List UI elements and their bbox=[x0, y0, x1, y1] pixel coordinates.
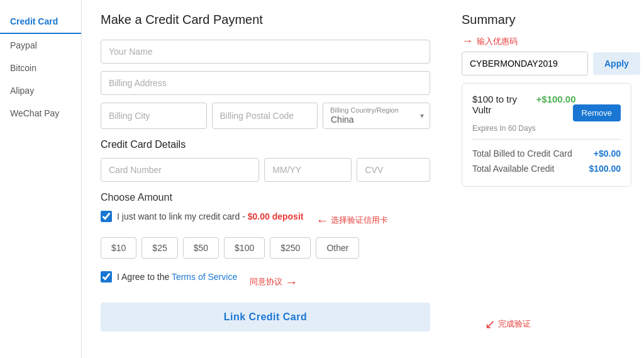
total-credit-amount: $100.00 bbox=[589, 164, 621, 174]
left-arrow-icon: ← bbox=[316, 213, 328, 228]
total-billed-label: Total Billed to Credit Card bbox=[472, 148, 572, 159]
link-card-label: I just want to link my credit card - $0.… bbox=[117, 211, 303, 221]
select-card-annotation: ← 选择验证信用卡 bbox=[316, 213, 388, 228]
complete-verify-annotation: ↙ 完成验证 bbox=[485, 316, 531, 332]
sidebar-item-alipay[interactable]: Alipay bbox=[0, 79, 81, 102]
summary-panel: Summary → 输入优惠码 Apply $100 to try Vultr … bbox=[449, 0, 644, 358]
billing-address-input[interactable] bbox=[101, 71, 430, 95]
complete-verify-text: 完成验证 bbox=[498, 318, 531, 330]
promo-arrow-icon: → bbox=[462, 35, 473, 48]
your-name-input[interactable] bbox=[101, 40, 430, 64]
promo-amount: +$100.00 bbox=[536, 94, 576, 104]
complete-arrow-icon: ↙ bbox=[485, 316, 496, 332]
summary-card: $100 to try Vultr +$100.00 Remove Expire… bbox=[462, 83, 631, 187]
deposit-amount: $0.00 deposit bbox=[248, 211, 304, 221]
promo-row: Apply bbox=[462, 52, 631, 76]
card-number-input[interactable] bbox=[101, 158, 259, 182]
promo-annotation-text: 输入优惠码 bbox=[477, 36, 518, 47]
billing-postal-input[interactable] bbox=[212, 103, 318, 129]
sidebar-item-paypal[interactable]: Paypal bbox=[0, 34, 81, 57]
billing-address-group bbox=[101, 71, 430, 95]
link-card-row: I just want to link my credit card - $0.… bbox=[101, 211, 303, 222]
total-billed-amount: +$0.00 bbox=[594, 148, 621, 159]
name-group bbox=[101, 40, 430, 64]
sidebar-item-credit-card[interactable]: Credit Card bbox=[0, 10, 81, 34]
amount-btn-250[interactable]: $250 bbox=[270, 237, 311, 259]
card-details-row bbox=[101, 158, 430, 182]
link-btn-wrapper: Link Credit Card ↙ 完成验证 bbox=[101, 303, 430, 332]
country-wrapper: Billing Country/Region China United Stat… bbox=[323, 103, 430, 129]
amount-btn-100[interactable]: $100 bbox=[224, 237, 265, 259]
apply-button[interactable]: Apply bbox=[593, 52, 640, 75]
billing-city-input[interactable] bbox=[101, 103, 207, 129]
expiry-input[interactable] bbox=[264, 158, 352, 182]
total-billed-row: Total Billed to Credit Card +$0.00 bbox=[472, 146, 621, 161]
choose-amount-title: Choose Amount bbox=[101, 192, 430, 203]
main-content: Make a Credit Card Payment Billing Count… bbox=[82, 0, 449, 358]
amount-buttons-group: $10 $25 $50 $100 $250 Other bbox=[101, 237, 430, 259]
terms-label: I Agree to the Terms of Service bbox=[117, 272, 237, 282]
link-card-checkbox[interactable] bbox=[101, 211, 112, 222]
promo-expiry: Expires In 60 Days bbox=[472, 124, 621, 133]
amount-btn-25[interactable]: $25 bbox=[142, 237, 177, 259]
promo-annotation: → 输入优惠码 bbox=[462, 35, 631, 48]
link-credit-card-button[interactable]: Link Credit Card bbox=[101, 303, 430, 332]
cvv-input[interactable] bbox=[357, 158, 430, 182]
country-label: Billing Country/Region bbox=[330, 106, 399, 114]
terms-row: I Agree to the Terms of Service bbox=[101, 271, 237, 282]
amount-btn-other[interactable]: Other bbox=[316, 237, 359, 259]
sidebar: Credit Card Paypal Bitcoin Alipay WeChat… bbox=[0, 0, 82, 358]
sidebar-item-wechat-pay[interactable]: WeChat Pay bbox=[0, 102, 81, 125]
page-title: Make a Credit Card Payment bbox=[101, 13, 430, 27]
total-credit-row: Total Available Credit $100.00 bbox=[472, 161, 621, 176]
sidebar-item-bitcoin[interactable]: Bitcoin bbox=[0, 57, 81, 79]
billing-row: Billing Country/Region China United Stat… bbox=[101, 103, 430, 129]
agree-arrow-icon: → bbox=[285, 275, 297, 289]
select-card-text: 选择验证信用卡 bbox=[331, 215, 388, 226]
amount-btn-10[interactable]: $10 bbox=[101, 237, 136, 259]
total-credit-label: Total Available Credit bbox=[472, 164, 554, 174]
terms-link[interactable]: Terms of Service bbox=[172, 272, 237, 282]
summary-title: Summary bbox=[462, 13, 631, 27]
promo-description: $100 to try Vultr bbox=[472, 94, 536, 115]
terms-checkbox[interactable] bbox=[101, 271, 112, 282]
agree-annotation: 同意协议 → bbox=[250, 275, 297, 289]
promo-code-input[interactable] bbox=[462, 52, 588, 76]
agree-annotation-text: 同意协议 bbox=[250, 276, 282, 288]
card-details-title: Credit Card Details bbox=[101, 139, 430, 150]
amount-btn-50[interactable]: $50 bbox=[183, 237, 219, 259]
remove-button[interactable]: Remove bbox=[573, 104, 621, 121]
divider bbox=[472, 139, 621, 140]
promo-desc-row: $100 to try Vultr +$100.00 Remove bbox=[472, 94, 621, 121]
